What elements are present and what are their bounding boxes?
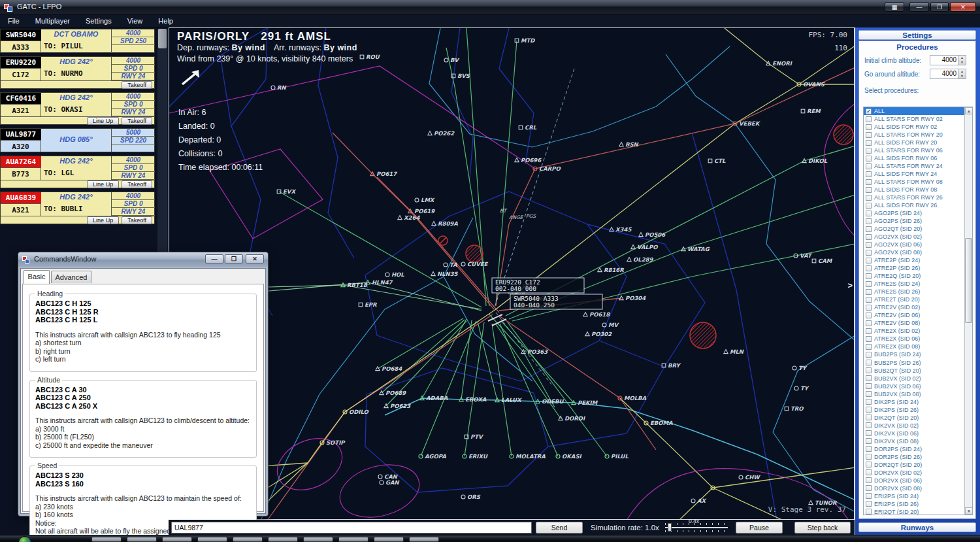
slider-thumb[interactable] <box>668 523 672 532</box>
procedure-item[interactable]: ATRE2S (SID 26) <box>864 288 972 296</box>
procedure-checkbox[interactable] <box>866 469 872 475</box>
procedure-item[interactable]: ALL STARS FOR RWY 06 <box>864 146 972 154</box>
procedure-item[interactable]: DIK2VX (SID 06) <box>864 430 972 437</box>
commands-minimize-button[interactable]: — <box>205 254 223 263</box>
procedure-checkbox[interactable] <box>866 250 872 256</box>
initial-climb-value[interactable]: 4000 <box>942 56 956 63</box>
commands-window[interactable]: CommandsWindow — ❐ ✕ Basic Advanced Head… <box>18 252 269 517</box>
procedure-checkbox[interactable] <box>866 281 872 287</box>
taskbar-button[interactable] <box>197 537 227 542</box>
runways-header[interactable]: Runways <box>858 522 976 532</box>
scrollbar-up-arrow[interactable]: ▲ <box>965 107 973 114</box>
initial-climb-spinner[interactable]: 4000 ▲▼ <box>930 55 966 65</box>
procedure-item[interactable]: DOR2PS (SID 26) <box>864 453 972 461</box>
procedure-checkbox[interactable] <box>866 462 872 467</box>
minimize-button[interactable]: — <box>909 2 929 12</box>
procedure-item[interactable]: ALL SIDS FOR RWY 06 <box>864 154 972 162</box>
procedure-checkbox[interactable] <box>866 391 872 397</box>
procedure-item[interactable]: ✓ALL <box>864 107 972 115</box>
procedure-checkbox[interactable] <box>866 383 872 389</box>
procedure-item[interactable]: ERI2QT (SID 20) <box>864 508 972 515</box>
procedure-checkbox[interactable] <box>866 234 872 240</box>
procedure-item[interactable]: ALL STARS FOR RWY 08 <box>864 178 972 186</box>
procedure-item[interactable]: AGO2PS (SID 26) <box>864 217 972 225</box>
procedure-item[interactable]: BUB2QT (SID 20) <box>864 367 972 375</box>
procedure-item[interactable]: ALL STARS FOR RWY 26 <box>864 194 972 201</box>
procedure-item[interactable]: BUB2VX (SID 06) <box>864 382 972 390</box>
procedure-item[interactable]: ALL STARS FOR RWY 24 <box>864 162 972 170</box>
procedure-checkbox[interactable] <box>866 344 872 350</box>
procedure-checkbox[interactable] <box>866 422 872 428</box>
menu-item-multiplayer[interactable]: Multiplayer <box>27 14 78 27</box>
procedure-item[interactable]: ATRE2S (SID 24) <box>864 280 972 288</box>
procedure-item[interactable]: DIK2VX (SID 02) <box>864 422 972 430</box>
flight-strip-CFG0416[interactable]: CFG0416 A321 HDG 242° TO: OKASI 4000 SPD… <box>0 92 155 125</box>
procedure-item[interactable]: ALL STARS FOR RWY 02 <box>864 115 972 123</box>
go-around-value[interactable]: 4000 <box>942 70 956 77</box>
procedure-checkbox[interactable] <box>866 297 872 303</box>
simulation-rate-slider[interactable]: 0.4x <box>665 520 728 535</box>
taskbar-button[interactable] <box>91 537 122 542</box>
procedure-checkbox[interactable] <box>866 116 872 122</box>
procedure-item[interactable]: DOR2VX (SID 02) <box>864 469 972 477</box>
procedure-checkbox[interactable] <box>866 132 872 138</box>
taskbar-button[interactable] <box>268 537 298 542</box>
procedure-item[interactable]: ATRE2V (SID 02) <box>864 303 972 311</box>
procedure-item[interactable]: DOR2VX (SID 06) <box>864 477 972 484</box>
procedure-checkbox[interactable] <box>866 477 872 483</box>
procedure-item[interactable]: AGO2QT (SID 20) <box>864 225 972 233</box>
commands-window-titlebar[interactable]: CommandsWindow — ❐ ✕ <box>18 252 268 267</box>
procedure-item[interactable]: AGO2VX (SID 02) <box>864 233 972 241</box>
strips-scrollbar-thumb[interactable] <box>158 29 167 48</box>
step-back-button[interactable]: Step back <box>794 522 851 534</box>
procedure-item[interactable]: ATRE2P (SID 24) <box>864 256 972 264</box>
taskbar-button[interactable] <box>233 537 263 542</box>
procedure-item[interactable]: ATRE2V (SID 06) <box>864 311 972 319</box>
flight-strip-ERU9220[interactable]: ERU9220 C172 HDG 242° TO: NURMO 4000 SPD… <box>0 56 155 89</box>
procedure-item[interactable]: ALL SIDS FOR RWY 02 <box>864 123 972 131</box>
procedure-checkbox[interactable] <box>866 336 872 342</box>
procedure-checkbox[interactable] <box>866 265 872 271</box>
procedure-item[interactable]: ALL SIDS FOR RWY 20 <box>864 139 972 146</box>
settings-header[interactable]: Settings <box>858 30 976 40</box>
taskbar-button[interactable] <box>127 537 157 542</box>
procedure-item[interactable]: DIK2PS (SID 24) <box>864 398 972 406</box>
radar-display[interactable]: MTDROUBVBVSRNENORIOVANSREMVEBEKCRLPO262B… <box>169 27 855 520</box>
scrollbar-down-arrow[interactable]: ▼ <box>965 507 973 515</box>
tab-advanced[interactable]: Advanced <box>51 271 91 283</box>
procedure-checkbox[interactable] <box>866 187 872 193</box>
procedure-checkbox[interactable] <box>866 328 872 334</box>
procedure-item[interactable]: ATRE2T (SID 20) <box>864 296 972 303</box>
procedure-checkbox[interactable] <box>866 273 872 279</box>
procedure-checkbox[interactable] <box>866 226 872 232</box>
go-around-updown[interactable]: ▲▼ <box>958 69 966 78</box>
taskbar-button[interactable] <box>162 537 192 542</box>
procedure-item[interactable]: DIK2VX (SID 08) <box>864 437 972 445</box>
tab-basic[interactable]: Basic <box>24 270 50 284</box>
taskbar-button[interactable] <box>374 537 404 542</box>
procedure-checkbox[interactable] <box>866 179 872 185</box>
line-up-button[interactable]: Line Up <box>87 180 119 188</box>
procedure-item[interactable]: AGO2VX (SID 06) <box>864 241 972 248</box>
procedure-checkbox[interactable] <box>866 509 872 515</box>
procedure-item[interactable]: AGO2PS (SID 24) <box>864 209 972 217</box>
toolbar-toggle-button[interactable]: ▦ <box>885 2 904 12</box>
procedure-item[interactable]: ERI2PS (SID 26) <box>864 500 972 508</box>
procedure-checkbox[interactable] <box>866 360 872 365</box>
procedures-list[interactable]: ✓ALLALL STARS FOR RWY 02ALL SIDS FOR RWY… <box>863 107 973 515</box>
procedure-checkbox[interactable] <box>866 305 872 311</box>
procedure-checkbox[interactable] <box>866 375 872 381</box>
procedure-checkbox[interactable] <box>866 438 872 444</box>
send-button[interactable]: Send <box>536 522 583 534</box>
procedure-item[interactable]: BUB2PS (SID 26) <box>864 359 972 367</box>
procedure-item[interactable]: ALL SIDS FOR RWY 08 <box>864 186 972 194</box>
procedure-checkbox[interactable] <box>866 211 872 216</box>
taskbar-button[interactable] <box>338 537 368 542</box>
procedure-item[interactable]: BUB2PS (SID 24) <box>864 350 972 358</box>
close-button[interactable]: ✕ <box>950 2 976 12</box>
procedure-item[interactable]: ALL SIDS FOR RWY 26 <box>864 201 972 209</box>
menu-item-help[interactable]: Help <box>150 14 181 27</box>
procedure-item[interactable]: DOR2PS (SID 24) <box>864 445 972 453</box>
procedure-checkbox[interactable] <box>866 195 872 201</box>
procedure-item[interactable]: DOR2QT (SID 20) <box>864 461 972 469</box>
